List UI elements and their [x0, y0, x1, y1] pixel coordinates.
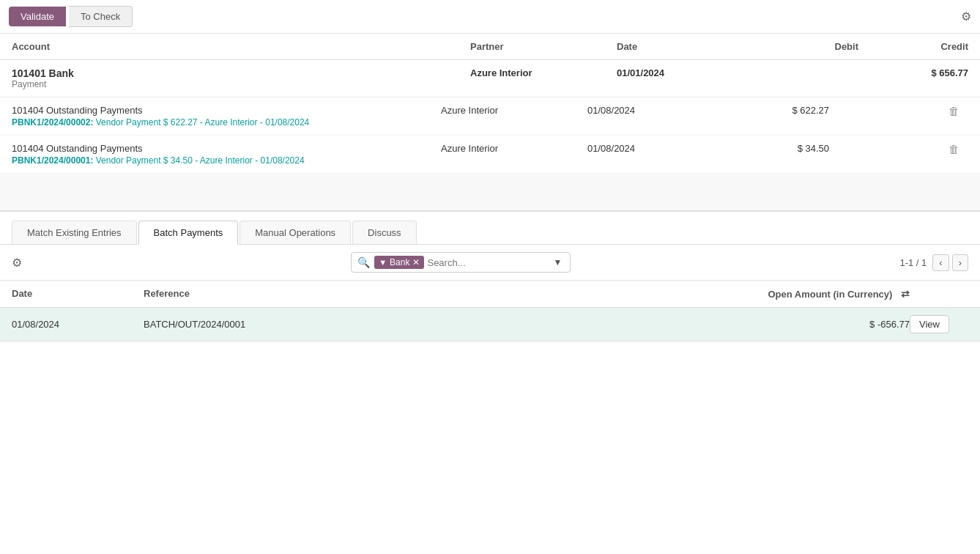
to-check-button[interactable]: To Check: [69, 6, 133, 27]
bottom-header-reference: Reference: [144, 288, 727, 300]
sub-row-2-debit: $ 34.50: [719, 143, 829, 154]
sub-row-1-partner: Azure Interior: [441, 105, 587, 116]
top-toolbar: Validate To Check ⚙: [0, 0, 980, 34]
bottom-row-reference: BATCH/OUT/2024/0001: [144, 319, 727, 330]
pagination-prev-button[interactable]: ‹: [932, 254, 949, 271]
sub-row-2: 101404 Outstanding Payments PBNK1/2024/0…: [0, 136, 980, 174]
search-toolbar-left: ⚙: [12, 256, 22, 270]
bottom-header-action: [910, 288, 968, 300]
header-partner: Partner: [470, 41, 617, 52]
sub-row-2-delete-icon[interactable]: 🗑: [939, 143, 968, 155]
sub-row-1-link-desc: Vendor Payment $ 622.27 - Azure Interior…: [93, 117, 309, 128]
search-dropdown-icon[interactable]: ▼: [553, 257, 562, 267]
main-table-area: Account Partner Date Debit Credit 101401…: [0, 34, 980, 212]
sub-row-1: 101404 Outstanding Payments PBNK1/2024/0…: [0, 97, 980, 136]
search-toolbar: ⚙ 🔍 ▼ Bank ✕ ▼ 1-1 / 1 ‹ ›: [0, 245, 980, 281]
bottom-section: Match Existing Entries Batch Payments Ma…: [0, 212, 980, 341]
sub-row-2-partner: Azure Interior: [441, 143, 587, 154]
filter-tag-label: Bank: [390, 257, 409, 267]
pagination: 1-1 / 1 ‹ ›: [899, 254, 968, 271]
pagination-info: 1-1 / 1: [899, 257, 927, 268]
main-entry-row: 101401 Bank Payment Azure Interior 01/01…: [0, 60, 980, 97]
bottom-row-date: 01/08/2024: [12, 319, 144, 330]
search-toolbar-center: 🔍 ▼ Bank ✕ ▼: [22, 252, 899, 273]
header-credit: Credit: [858, 41, 968, 52]
bottom-table-header: Date Reference Open Amount (in Currency)…: [0, 281, 980, 308]
main-row-partner: Azure Interior: [470, 67, 617, 78]
bottom-header-date: Date: [12, 288, 144, 300]
tab-batch-payments[interactable]: Batch Payments: [138, 221, 239, 245]
pagination-next-button[interactable]: ›: [952, 254, 968, 271]
spacer-row: [0, 174, 980, 210]
settings-gear-icon[interactable]: ⚙: [961, 10, 971, 23]
sub-row-1-link-ref[interactable]: PBNK1/2024/00002:: [12, 117, 93, 128]
view-button[interactable]: View: [910, 315, 949, 333]
table-header: Account Partner Date Debit Credit: [0, 34, 980, 60]
adjust-columns-icon[interactable]: ⇄: [901, 288, 910, 300]
sub-row-2-account: 101404 Outstanding Payments PBNK1/2024/0…: [12, 143, 441, 166]
bottom-header-open-amount: Open Amount (in Currency) ⇄: [727, 288, 910, 300]
main-row-credit: $ 656.77: [858, 67, 968, 78]
search-settings-icon[interactable]: ⚙: [12, 256, 22, 270]
filter-tag-bank: ▼ Bank ✕: [374, 256, 424, 269]
tab-manual-operations[interactable]: Manual Operations: [240, 221, 351, 244]
sub-row-2-date: 01/08/2024: [587, 143, 719, 154]
sub-row-2-link-ref[interactable]: PBNK1/2024/00001:: [12, 155, 93, 166]
filter-funnel-icon: ▼: [379, 258, 387, 267]
filter-tag-close-icon[interactable]: ✕: [412, 257, 420, 267]
bottom-row-open-amount: $ -656.77: [727, 319, 910, 330]
main-row-date: 01/01/2024: [617, 67, 749, 78]
toolbar-left: Validate To Check: [9, 6, 133, 27]
bottom-row-view-cell: View: [910, 315, 968, 333]
tabs-container: Match Existing Entries Batch Payments Ma…: [0, 212, 980, 245]
validate-button[interactable]: Validate: [9, 7, 66, 26]
tab-match-existing-entries[interactable]: Match Existing Entries: [12, 221, 137, 244]
header-account: Account: [12, 41, 470, 52]
search-box[interactable]: 🔍 ▼ Bank ✕ ▼: [351, 252, 571, 273]
sub-row-1-debit: $ 622.27: [719, 105, 829, 116]
search-input[interactable]: [427, 257, 550, 268]
main-row-account: 101401 Bank Payment: [12, 67, 470, 89]
bottom-table-row: 01/08/2024 BATCH/OUT/2024/0001 $ -656.77…: [0, 308, 980, 341]
sub-row-1-date: 01/08/2024: [587, 105, 719, 116]
tab-discuss[interactable]: Discuss: [352, 221, 417, 244]
sub-row-2-link-desc: Vendor Payment $ 34.50 - Azure Interior …: [93, 155, 304, 166]
header-date: Date: [617, 41, 749, 52]
sub-row-1-delete-icon[interactable]: 🗑: [939, 105, 968, 117]
header-debit: Debit: [749, 41, 858, 52]
search-icon: 🔍: [357, 256, 370, 268]
sub-row-1-account: 101404 Outstanding Payments PBNK1/2024/0…: [12, 105, 441, 128]
